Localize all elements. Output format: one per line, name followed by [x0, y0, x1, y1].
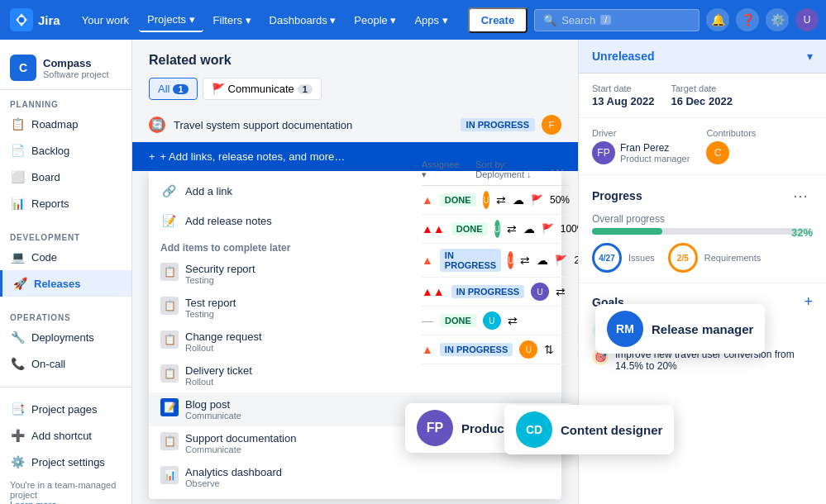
analytics-name: Analytics dashboard: [185, 466, 282, 478]
project-header[interactable]: C Compass Software project: [0, 46, 131, 90]
product-manager-avatar: FP: [417, 410, 453, 446]
nav-projects[interactable]: Projects ▾: [139, 8, 203, 32]
sort-icon6: ⇅: [544, 343, 554, 356]
row-status-done5: DONE: [440, 314, 476, 327]
logo[interactable]: Jira: [10, 8, 60, 31]
change-request-sub: Rollout: [185, 343, 262, 353]
svg-point-0: [19, 17, 25, 23]
sidebar-item-roadmap[interactable]: 📋 Roadmap: [0, 111, 131, 137]
row-percent-2: 100%: [561, 223, 578, 235]
table-overflow-btn[interactable]: ⋯: [545, 159, 570, 180]
content-designer-tooltip: CD Content designer: [578, 405, 674, 454]
merge-icon2: ⇄: [507, 222, 517, 235]
nav-filters[interactable]: Filters ▾: [205, 9, 260, 31]
change-request-name: Change request: [185, 330, 262, 343]
row-status-ip3: IN PROGRESS: [440, 249, 501, 272]
roadmap-icon: 📋: [10, 116, 25, 131]
assignee-header[interactable]: Assignee ▾: [422, 159, 459, 180]
table-row: ▲▲ DONE U ⇄ ☁ 🚩 100%: [422, 215, 570, 244]
test-report-sub: Testing: [185, 309, 236, 319]
change-request-icon: 📋: [160, 330, 179, 349]
project-settings-icon: ⚙️: [10, 454, 25, 469]
delivery-ticket-icon: 📋: [160, 364, 179, 383]
code-icon: 💻: [10, 250, 25, 264]
nav-your-work[interactable]: Your work: [74, 9, 137, 31]
start-date-block: Start date 13 Aug 2022: [592, 83, 654, 107]
filter-tab-all[interactable]: All 1: [149, 78, 198, 100]
flag-icon: 🚩: [531, 194, 543, 206]
release-chevron-icon[interactable]: ▾: [807, 50, 813, 63]
sidebar-item-releases[interactable]: 🚀 Releases: [0, 270, 131, 297]
issues-label: Issues: [628, 253, 655, 263]
test-report-icon: 📋: [160, 297, 179, 315]
topnav-links: Your work Projects ▾ Filters ▾ Dashboard…: [74, 8, 456, 32]
sidebar-item-add-shortcut[interactable]: ➕ Add shortcut: [0, 422, 131, 449]
table-row: ▲ IN PROGRESS U ⇄ ☁ 🚩 20%: [422, 244, 570, 278]
logo-text: Jira: [38, 13, 60, 27]
sidebar-item-project-settings[interactable]: ⚙️ Project settings: [0, 449, 131, 475]
user-avatar[interactable]: U: [795, 8, 819, 31]
sidebar-item-reports[interactable]: 📊 Reports: [0, 190, 131, 216]
settings-icon[interactable]: ⚙️: [766, 8, 789, 31]
nav-people[interactable]: People ▾: [346, 9, 404, 31]
topnav-right: 🔍 Search / 🔔 ❓ ⚙️ U: [534, 8, 819, 31]
support-doc-sub: Communicate: [185, 445, 296, 454]
notifications-icon[interactable]: 🔔: [706, 8, 729, 31]
sidebar-item-code[interactable]: 💻 Code: [0, 244, 131, 270]
sidebar-item-deployments[interactable]: 🔧 Deployments: [0, 324, 131, 350]
target-date-value: 16 Dec 2022: [671, 95, 732, 107]
row-avatar4: U: [531, 283, 549, 301]
contributors-row: C: [706, 141, 756, 164]
overall-progress-label: Overall progress: [592, 213, 813, 225]
driver-label: Driver: [592, 128, 690, 138]
table-row: ▲▲ IN PROGRESS U ⇄: [422, 278, 570, 307]
blog-post-name: Blog post: [185, 398, 241, 411]
sidebar-item-oncall[interactable]: 📞 On-call: [0, 350, 131, 377]
row-avatar3: U: [508, 251, 513, 269]
project-type: Software project: [43, 69, 108, 79]
priority-icon6: ▲: [422, 343, 433, 356]
all-badge: 1: [173, 84, 188, 94]
row-avatar2: U: [494, 220, 500, 238]
filter-tab-communicate[interactable]: 🚩 Communicate 1: [203, 78, 322, 100]
help-icon[interactable]: ❓: [736, 8, 759, 31]
priority-critical-icon: ▲▲: [422, 222, 445, 235]
pages-icon: 📑: [10, 402, 25, 416]
sort-header[interactable]: Sort by: Deployment ↓: [475, 159, 537, 179]
deployments-icon: 🔧: [10, 330, 25, 345]
development-title: DEVELOPMENT: [0, 230, 131, 244]
row-status-ip4: IN PROGRESS: [451, 285, 524, 298]
cloud-icon3: ☁: [537, 254, 548, 267]
progress-overflow-btn[interactable]: ⋯: [788, 185, 813, 207]
topnav: Jira Your work Projects ▾ Filters ▾ Dash…: [0, 0, 826, 40]
row-status-done: DONE: [440, 193, 476, 207]
row-status-done2: DONE: [451, 222, 488, 235]
driver-name: Fran Perez: [620, 142, 690, 154]
row-status-ip6: IN PROGRESS: [440, 343, 513, 356]
release-dates: Start date 13 Aug 2022 Target date 16 De…: [579, 74, 826, 118]
nav-dashboards[interactable]: Dashboards ▾: [261, 9, 345, 31]
target-date-label: Target date: [671, 83, 732, 93]
delivery-ticket-sub: Rollout: [185, 377, 252, 387]
backlog-icon: 📄: [10, 143, 25, 158]
create-button[interactable]: Create: [468, 7, 528, 33]
contributor-avatar: C: [706, 141, 729, 164]
later-item-analytics[interactable]: 📊 Analytics dashboard Observe: [149, 460, 561, 494]
progress-pct: 32%: [791, 226, 813, 239]
row-avatar: U: [483, 191, 489, 209]
sidebar: C Compass Software project PLANNING 📋 Ro…: [0, 40, 132, 504]
filter-tabs: All 1 🚩 Communicate 1: [132, 78, 578, 108]
sidebar-item-backlog[interactable]: 📄 Backlog: [0, 137, 131, 164]
release-manager-tooltip: RM Release manager: [595, 304, 765, 354]
sidebar-item-project-pages[interactable]: 📑 Project pages: [0, 396, 131, 422]
learn-more-link[interactable]: Learn more: [10, 500, 56, 504]
contributors-block: Contributors C: [706, 128, 756, 164]
sidebar-item-board[interactable]: ⬜ Board: [0, 164, 131, 190]
search-bar[interactable]: 🔍 Search /: [534, 9, 699, 31]
nav-apps[interactable]: Apps ▾: [406, 9, 456, 31]
goals-add-btn[interactable]: +: [804, 293, 813, 311]
planning-section: PLANNING 📋 Roadmap 📄 Backlog ⬜ Board 📊 R…: [0, 90, 131, 223]
progress-title: Progress: [592, 189, 642, 202]
driver-row: FP Fran Perez Product manager: [592, 141, 690, 164]
driver-role: Product manager: [620, 154, 690, 164]
